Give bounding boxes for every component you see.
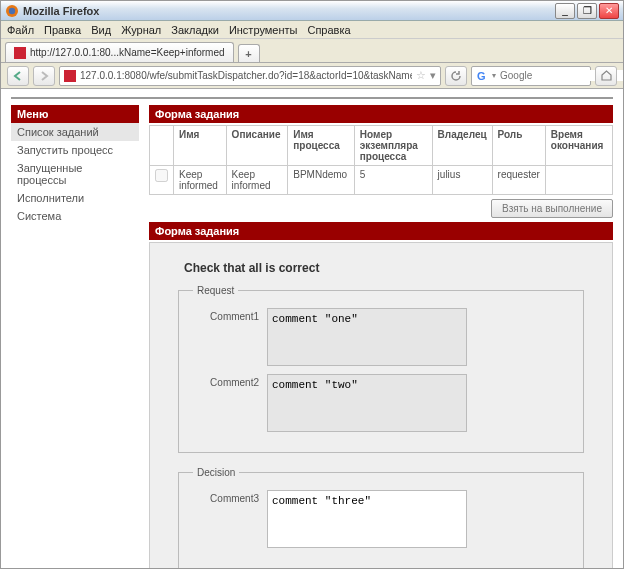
col-end: Время окончания (545, 126, 612, 166)
take-task-button[interactable]: Взять на выполнение (491, 199, 613, 218)
textarea-comment1 (267, 308, 467, 366)
label-comment1: Comment1 (193, 308, 267, 322)
sidebar-item-executors[interactable]: Исполнители (11, 189, 139, 207)
tab-favicon (14, 47, 26, 59)
cell-name: Keep informed (174, 166, 227, 195)
tab-strip: http://127.0.0.1:80...kName=Keep+informe… (1, 39, 623, 63)
sidebar-item-start[interactable]: Запустить процесс (11, 141, 139, 159)
page-content: Меню Список заданий Запустить процесс За… (1, 89, 623, 568)
svg-point-1 (9, 7, 15, 13)
bookmark-star-icon[interactable]: ☆ (416, 69, 426, 82)
col-owner: Владелец (432, 126, 492, 166)
menu-history[interactable]: Журнал (121, 24, 161, 36)
browser-tab[interactable]: http://127.0.0.1:80...kName=Keep+informe… (5, 42, 234, 62)
fieldset-decision: Decision Comment3 (178, 467, 584, 568)
task-form-header-1: Форма задания (149, 105, 613, 123)
firefox-icon (5, 4, 19, 18)
url-input[interactable] (80, 70, 412, 81)
menu-file[interactable]: Файл (7, 24, 34, 36)
col-check (150, 126, 174, 166)
textarea-comment2 (267, 374, 467, 432)
task-form: Check that all is correct Request Commen… (149, 242, 613, 568)
window-title: Mozilla Firefox (23, 5, 553, 17)
main-area: Форма задания Имя Описание Имя процесса … (149, 105, 613, 568)
menu-view[interactable]: Вид (91, 24, 111, 36)
textarea-comment3[interactable] (267, 490, 467, 548)
table-header-row: Имя Описание Имя процесса Номер экземпля… (150, 126, 613, 166)
maximize-button[interactable]: ❐ (577, 3, 597, 19)
sidebar-header: Меню (11, 105, 139, 123)
form-title: Check that all is correct (184, 261, 584, 275)
close-button[interactable]: ✕ (599, 3, 619, 19)
menu-help[interactable]: Справка (307, 24, 350, 36)
window-titlebar: Mozilla Firefox _ ❐ ✕ (1, 1, 623, 21)
sidebar-item-running[interactable]: Запущенные процессы (11, 159, 139, 189)
new-tab-button[interactable]: + (238, 44, 260, 62)
cell-proc: BPMNdemo (288, 166, 355, 195)
legend-decision: Decision (193, 467, 239, 478)
forward-button[interactable] (33, 66, 55, 86)
svg-text:G: G (477, 70, 486, 82)
table-row: Keep informed Keep informed BPMNdemo 5 j… (150, 166, 613, 195)
google-icon: G (476, 70, 488, 82)
cell-desc: Keep informed (226, 166, 288, 195)
label-comment2: Comment2 (193, 374, 267, 388)
menu-edit[interactable]: Правка (44, 24, 81, 36)
col-desc: Описание (226, 126, 288, 166)
col-proc: Имя процесса (288, 126, 355, 166)
col-role: Роль (492, 126, 545, 166)
url-favicon (64, 70, 76, 82)
menu-bookmarks[interactable]: Закладки (171, 24, 219, 36)
menu-tools[interactable]: Инструменты (229, 24, 298, 36)
sidebar-item-system[interactable]: Система (11, 207, 139, 225)
cell-end (545, 166, 612, 195)
label-comment3: Comment3 (193, 490, 267, 504)
col-inst: Номер экземпляра процесса (354, 126, 432, 166)
back-button[interactable] (7, 66, 29, 86)
sidebar-item-tasks[interactable]: Список заданий (11, 123, 139, 141)
cell-owner: julius (432, 166, 492, 195)
dropdown-icon[interactable]: ▾ (492, 71, 496, 80)
browser-menubar: Файл Правка Вид Журнал Закладки Инструме… (1, 21, 623, 39)
sidebar: Меню Список заданий Запустить процесс За… (11, 105, 139, 568)
search-bar[interactable]: G ▾ (471, 66, 591, 86)
tab-label: http://127.0.0.1:80...kName=Keep+informe… (30, 47, 225, 58)
legend-request: Request (193, 285, 238, 296)
col-name: Имя (174, 126, 227, 166)
cell-role: requester (492, 166, 545, 195)
row-checkbox[interactable] (155, 169, 168, 182)
home-button[interactable] (595, 66, 617, 86)
url-bar[interactable]: ☆ ▾ (59, 66, 441, 86)
cell-inst: 5 (354, 166, 432, 195)
minimize-button[interactable]: _ (555, 3, 575, 19)
task-table: Имя Описание Имя процесса Номер экземпля… (149, 125, 613, 195)
dropdown-icon[interactable]: ▾ (430, 69, 436, 82)
navigation-toolbar: ☆ ▾ G ▾ (1, 63, 623, 89)
task-form-header-2: Форма задания (149, 222, 613, 240)
reload-button[interactable] (445, 66, 467, 86)
fieldset-request: Request Comment1 Comment2 (178, 285, 584, 453)
